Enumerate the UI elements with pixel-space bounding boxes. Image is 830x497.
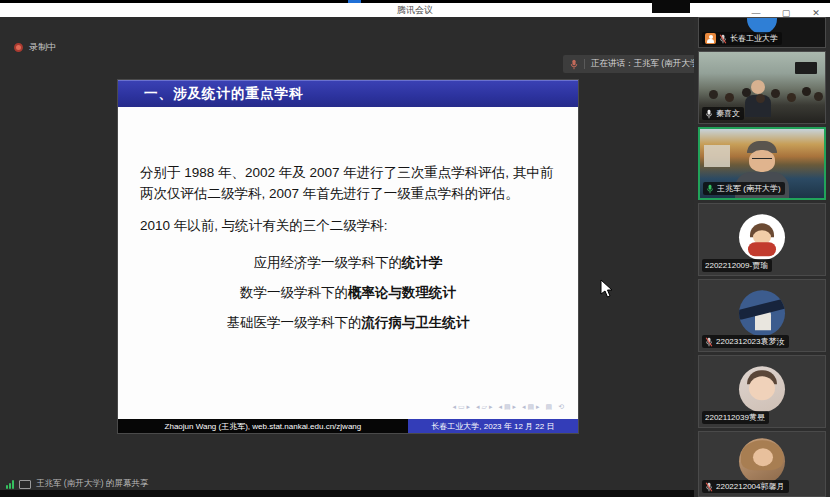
participant-name: 2202112039黄昱 bbox=[705, 412, 765, 423]
participant-label: 王兆军 (南开大学) bbox=[703, 182, 785, 195]
participant-name: 2202212004郭馨月 bbox=[716, 481, 785, 492]
participant-name: 2202312023袁梦汝 bbox=[716, 336, 785, 347]
participant-tile[interactable]: 2202212009-贾瑜 bbox=[698, 203, 826, 276]
presentation-slide: 一、涉及统计的重点学科 分别于 1988 年、2002 年及 2007 年进行了… bbox=[118, 80, 578, 433]
slide-list-item-2: 数学一级学科下的概率论与数理统计 bbox=[118, 284, 578, 302]
beamer-navigation-icons: ◂▭▸ ◂▱▸ ◂▤▸ ◂▤▸ ▤ ⟲ bbox=[452, 403, 566, 411]
participants-sidebar: 长春工业大学 秦喜文 bbox=[694, 17, 830, 497]
recording-dot-icon bbox=[14, 43, 23, 52]
list-item-1-prefix: 应用经济学一级学科下的 bbox=[254, 255, 403, 270]
avatar bbox=[739, 366, 785, 412]
recording-label: 录制中 bbox=[29, 41, 56, 54]
participant-name: 王兆军 (南开大学) bbox=[717, 183, 781, 194]
list-item-3-bold: 流行病与卫生统计 bbox=[362, 315, 470, 330]
slide-footer: Zhaojun Wang (王兆军), web.stat.nankai.edu.… bbox=[118, 419, 578, 433]
host-badge-icon bbox=[705, 33, 716, 44]
window-titlebar: 腾讯会议 bbox=[0, 3, 830, 17]
slide-paragraph-1: 分别于 1988 年、2002 年及 2007 年进行了三次重点学科评估, 其中… bbox=[140, 163, 558, 205]
participant-name: 秦喜文 bbox=[716, 108, 740, 119]
slide-title: 一、涉及统计的重点学科 bbox=[144, 85, 304, 103]
participant-name: 长春工业大学 bbox=[730, 33, 778, 44]
titlebar-dark-patch bbox=[652, 0, 690, 13]
participant-label: 2202212009-贾瑜 bbox=[702, 259, 772, 272]
mic-active-icon bbox=[706, 184, 714, 194]
slide-footer-author: Zhaojun Wang (王兆军), web.stat.nankai.edu.… bbox=[118, 419, 408, 433]
mic-muted-icon bbox=[705, 337, 713, 347]
participant-tile-classroom[interactable]: 秦喜文 bbox=[698, 51, 826, 124]
speaking-label: 正在讲话：王兆军 (南开大学)； bbox=[591, 58, 710, 70]
participant-tile[interactable]: 2202312023袁梦汝 bbox=[698, 279, 826, 352]
avatar bbox=[739, 290, 785, 336]
recording-indicator[interactable]: 录制中 bbox=[14, 41, 56, 54]
participant-label: 2202212004郭馨月 bbox=[702, 480, 789, 493]
participant-label: 2202112039黄昱 bbox=[702, 411, 769, 424]
microphone-icon bbox=[570, 59, 578, 70]
avatar bbox=[739, 214, 785, 260]
participant-label: 秦喜文 bbox=[702, 107, 744, 120]
mic-muted-icon bbox=[719, 34, 727, 44]
classroom-figure bbox=[743, 80, 773, 120]
slide-footer-venue-date: 长春工业大学, 2023 年 12 月 22 日 bbox=[408, 419, 578, 433]
participant-tile[interactable]: 2202212004郭馨月 bbox=[698, 431, 826, 497]
screen-icon bbox=[19, 480, 31, 489]
bottom-edge-strip bbox=[0, 490, 694, 497]
participant-label: 长春工业大学 bbox=[702, 32, 782, 45]
share-source-label: 王兆军 (南开大学) 的屏幕共享 bbox=[36, 478, 148, 490]
mic-muted-icon bbox=[705, 482, 713, 492]
slide-list-item-1: 应用经济学一级学科下的统计学 bbox=[118, 254, 578, 272]
classroom-tv bbox=[795, 62, 817, 74]
participant-name: 2202212009-贾瑜 bbox=[705, 260, 768, 271]
participant-tile[interactable]: 2202112039黄昱 bbox=[698, 355, 826, 428]
list-item-2-prefix: 数学一级学科下的 bbox=[240, 285, 348, 300]
window-title: 腾讯会议 bbox=[397, 4, 433, 17]
list-item-1-bold: 统计学 bbox=[402, 255, 443, 270]
share-source-bar: 王兆军 (南开大学) 的屏幕共享 bbox=[6, 478, 148, 490]
screen-share-stage: 录制中 正在讲话：王兆军 (南开大学)； 一、涉及统计的重点学科 分别于 198… bbox=[0, 17, 694, 497]
avatar bbox=[739, 438, 785, 484]
participant-tile-ccut[interactable]: 长春工业大学 bbox=[698, 17, 826, 48]
mic-on-icon bbox=[705, 109, 713, 119]
slide-title-banner: 一、涉及统计的重点学科 bbox=[118, 80, 578, 107]
pill-divider bbox=[584, 59, 585, 69]
signal-icon bbox=[6, 480, 14, 489]
list-item-3-prefix: 基础医学一级学科下的 bbox=[227, 315, 362, 330]
classroom-audience bbox=[709, 90, 718, 99]
participant-label: 2202312023袁梦汝 bbox=[702, 335, 789, 348]
participant-tile-speaker[interactable]: 王兆军 (南开大学) bbox=[698, 127, 826, 200]
slide-paragraph-2: 2010 年以前, 与统计有关的三个二级学科: bbox=[140, 216, 558, 237]
list-item-2-bold: 概率论与数理统计 bbox=[348, 285, 456, 300]
slide-list-item-3: 基础医学一级学科下的流行病与卫生统计 bbox=[118, 314, 578, 332]
meeting-window: 腾讯会议 — ▢ ✕ 录制中 正在讲话：王兆军 (南开大学)； 一、涉及统计 bbox=[0, 0, 830, 497]
mouse-cursor bbox=[600, 279, 613, 298]
